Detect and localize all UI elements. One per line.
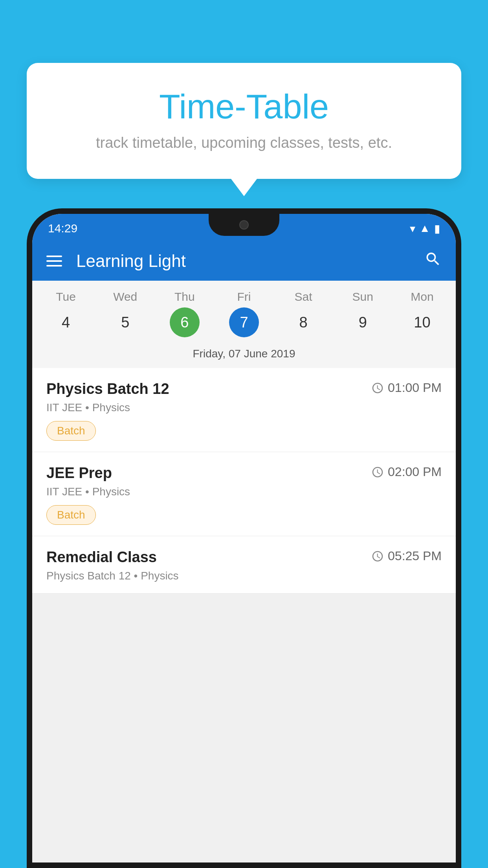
day-label: Sun xyxy=(352,290,373,303)
day-label: Sat xyxy=(295,290,312,303)
day-item[interactable]: Wed5 xyxy=(100,290,151,337)
selected-date: Friday, 07 June 2019 xyxy=(32,341,456,368)
search-icon[interactable] xyxy=(424,250,442,272)
batch-badge: Batch xyxy=(46,421,96,441)
menu-icon[interactable] xyxy=(46,256,62,267)
app-title: Learning Light xyxy=(76,251,410,271)
calendar-strip: Tue4Wed5Thu6Fri7Sat8Sun9Mon10 Friday, 07… xyxy=(32,281,456,368)
day-number[interactable]: 4 xyxy=(51,307,81,337)
day-label: Fri xyxy=(237,290,251,303)
day-label: Thu xyxy=(174,290,195,303)
day-number[interactable]: 6 xyxy=(170,307,200,337)
schedule-item-header: Physics Batch 12 01:00 PM xyxy=(46,381,442,397)
schedule-list: Physics Batch 12 01:00 PM IIT JEE • Phys… xyxy=(32,368,456,594)
day-item[interactable]: Mon10 xyxy=(396,290,448,337)
schedule-details: IIT JEE • Physics xyxy=(46,401,442,414)
schedule-time: 01:00 PM xyxy=(371,381,442,395)
day-item[interactable]: Tue4 xyxy=(40,290,92,337)
schedule-item-header: Remedial Class 05:25 PM xyxy=(46,549,442,566)
schedule-time: 05:25 PM xyxy=(371,549,442,563)
phone-notch xyxy=(209,214,279,236)
day-label: Wed xyxy=(113,290,137,303)
schedule-name: Remedial Class xyxy=(46,549,157,566)
phone-frame: 14:29 ▾ ▲ ▮ Learning Light xyxy=(27,208,461,868)
app-bar: Learning Light xyxy=(32,241,456,281)
day-number[interactable]: 9 xyxy=(348,307,378,337)
camera xyxy=(239,220,249,230)
status-time: 14:29 xyxy=(48,222,77,235)
schedule-item[interactable]: JEE Prep 02:00 PM IIT JEE • Physics Batc… xyxy=(32,452,456,536)
status-icons: ▾ ▲ ▮ xyxy=(410,222,440,235)
schedule-time: 02:00 PM xyxy=(371,465,442,479)
day-item[interactable]: Fri7 xyxy=(218,290,270,337)
schedule-item-header: JEE Prep 02:00 PM xyxy=(46,465,442,482)
schedule-details: Physics Batch 12 • Physics xyxy=(46,570,442,582)
schedule-name: Physics Batch 12 xyxy=(46,381,169,397)
schedule-name: JEE Prep xyxy=(46,465,112,482)
tooltip-title: Time-Table xyxy=(46,86,442,127)
schedule-item[interactable]: Remedial Class 05:25 PM Physics Batch 12… xyxy=(32,536,456,594)
wifi-icon: ▾ xyxy=(410,222,415,235)
schedule-item[interactable]: Physics Batch 12 01:00 PM IIT JEE • Phys… xyxy=(32,368,456,452)
tooltip-card: Time-Table track timetable, upcoming cla… xyxy=(27,63,461,179)
batch-badge: Batch xyxy=(46,505,96,525)
day-item[interactable]: Thu6 xyxy=(159,290,210,337)
day-label: Tue xyxy=(56,290,76,303)
schedule-details: IIT JEE • Physics xyxy=(46,485,442,498)
signal-icon: ▲ xyxy=(419,222,430,235)
day-number[interactable]: 8 xyxy=(288,307,318,337)
tooltip-subtitle: track timetable, upcoming classes, tests… xyxy=(46,134,442,151)
day-number[interactable]: 5 xyxy=(110,307,140,337)
battery-icon: ▮ xyxy=(434,222,440,235)
day-number[interactable]: 7 xyxy=(229,307,259,337)
day-item[interactable]: Sat8 xyxy=(278,290,329,337)
day-number[interactable]: 10 xyxy=(407,307,437,337)
days-row: Tue4Wed5Thu6Fri7Sat8Sun9Mon10 xyxy=(32,290,456,337)
day-item[interactable]: Sun9 xyxy=(337,290,388,337)
day-label: Mon xyxy=(411,290,433,303)
phone-inner: 14:29 ▾ ▲ ▮ Learning Light xyxy=(32,214,456,862)
